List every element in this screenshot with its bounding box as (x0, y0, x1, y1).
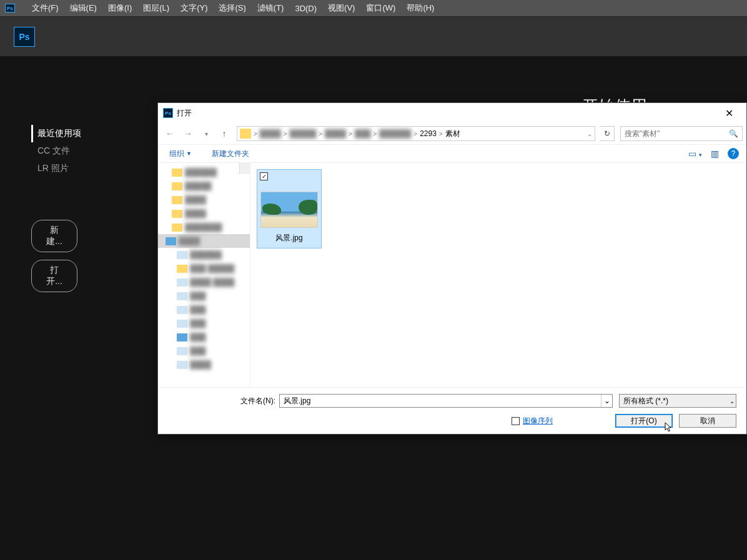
image-sequence-checkbox[interactable] (512, 417, 520, 425)
app-options-bar: Ps (0, 16, 747, 56)
tree-item[interactable]: ███████ (158, 220, 250, 234)
menu-image[interactable]: 图像(I) (102, 0, 137, 16)
close-button[interactable]: ✕ (716, 104, 741, 122)
crumb-material: 素材 (443, 129, 463, 139)
tree-item[interactable]: ████ (158, 193, 250, 207)
tree-item[interactable]: ███ (158, 303, 250, 317)
dialog-toolbar: 组织 ▼ 新建文件夹 ▭ ▾ ▥ ? (158, 144, 746, 163)
new-folder-button[interactable]: 新建文件夹 (208, 149, 253, 159)
tree-item[interactable]: ████ (158, 234, 250, 248)
dialog-body: ██████ █████ ████ ████ ███████ ████ ████… (158, 163, 746, 387)
menu-select[interactable]: 选择(S) (213, 0, 251, 16)
file-list[interactable]: ✓ 风景.jpg (250, 163, 746, 387)
tree-item[interactable]: ████ (158, 207, 250, 220)
view-mode-icon[interactable]: ▭ ▾ (688, 149, 702, 159)
folder-icon (240, 129, 251, 139)
file-open-dialog: Ps 打开 ✕ ← → ▾ ↑ > ████> █████> ████> ███… (157, 102, 747, 435)
menu-3d[interactable]: 3D(D) (289, 1, 322, 16)
search-input[interactable] (625, 129, 729, 138)
chevron-down-icon[interactable]: ⌄ (601, 395, 612, 407)
help-icon[interactable]: ? (728, 148, 739, 159)
tree-item[interactable]: ███ (158, 289, 250, 303)
file-item-selected[interactable]: ✓ 风景.jpg (257, 169, 322, 248)
dialog-footer: 文件名(N): 风景.jpg ⌄ 所有格式 (*.*) ⌄ 图像序列 打开(O)… (158, 387, 746, 434)
tree-item[interactable]: ████ (158, 358, 250, 371)
refresh-icon[interactable]: ↻ (600, 126, 615, 141)
file-filter-select[interactable]: 所有格式 (*.*) ⌄ (619, 394, 736, 408)
tree-item[interactable]: ███ (158, 317, 250, 330)
ps-home-icon[interactable]: Ps (14, 27, 35, 47)
tree-item[interactable]: █████ (158, 179, 250, 193)
sidebar-item-recent[interactable]: 最近使用项 (31, 125, 87, 142)
menu-help[interactable]: 帮助(H) (401, 0, 440, 16)
menu-layer[interactable]: 图层(L) (137, 0, 175, 16)
folder-tree[interactable]: ██████ █████ ████ ████ ███████ ████ ████… (158, 163, 250, 387)
search-box[interactable]: 🔍 (620, 126, 743, 141)
file-name-label: 风景.jpg (259, 232, 319, 246)
tree-item[interactable]: ██████ (158, 165, 250, 179)
search-icon: 🔍 (729, 129, 738, 138)
dialog-ps-icon: Ps (163, 108, 173, 118)
app-menubar: Ps 文件(F) 编辑(E) 图像(I) 图层(L) 文字(Y) 选择(S) 滤… (0, 0, 747, 16)
tree-item[interactable]: ██████ (158, 248, 250, 262)
menu-view[interactable]: 视图(V) (322, 0, 360, 16)
image-sequence-label[interactable]: 图像序列 (523, 416, 553, 426)
menu-filter[interactable]: 滤镜(T) (252, 0, 290, 16)
new-button[interactable]: 新建... (31, 220, 77, 252)
start-sidebar: 最近使用项 CC 文件 LR 照片 新建... 打开... (31, 125, 87, 292)
nav-recent-icon[interactable]: ▾ (198, 126, 214, 141)
dialog-nav-bar: ← → ▾ ↑ > ████> █████> ████> ███> ██████… (158, 123, 746, 144)
tree-item[interactable]: ███ (158, 344, 250, 358)
cursor-icon (665, 422, 673, 433)
nav-up-icon[interactable]: ↑ (216, 126, 232, 141)
tree-item[interactable]: ███ (158, 330, 250, 344)
filename-label: 文件名(N): (238, 396, 275, 406)
preview-pane-icon[interactable]: ▥ (711, 149, 719, 159)
dialog-title: 打开 (177, 108, 192, 119)
chevron-down-icon: ⌄ (730, 398, 735, 405)
nav-back-icon[interactable]: ← (162, 126, 178, 141)
menu-window[interactable]: 窗口(W) (360, 0, 401, 16)
crumb-2293: 2293 (417, 129, 439, 138)
tree-item[interactable]: ████ ████ (158, 275, 250, 289)
ps-logo-icon: Ps (5, 4, 15, 12)
open-button[interactable]: 打开... (31, 260, 77, 292)
dialog-titlebar: Ps 打开 ✕ (158, 103, 746, 123)
menu-file[interactable]: 文件(F) (26, 0, 64, 16)
file-checkbox[interactable]: ✓ (260, 172, 268, 180)
file-thumbnail (260, 192, 318, 228)
breadcrumb[interactable]: > ████> █████> ████> ███> ██████> 2293> … (237, 126, 595, 141)
organize-button[interactable]: 组织 ▼ (166, 149, 195, 159)
menu-type[interactable]: 文字(Y) (175, 0, 213, 16)
filename-input[interactable]: 风景.jpg ⌄ (279, 394, 613, 408)
sidebar-item-lr-photos[interactable]: LR 照片 (31, 160, 87, 177)
menu-edit[interactable]: 编辑(E) (64, 0, 102, 16)
sidebar-item-cc-files[interactable]: CC 文件 (31, 142, 87, 160)
tree-item[interactable]: ███ █████ (158, 262, 250, 275)
nav-forward-icon[interactable]: → (180, 126, 196, 141)
cancel-button[interactable]: 取消 (679, 414, 736, 428)
